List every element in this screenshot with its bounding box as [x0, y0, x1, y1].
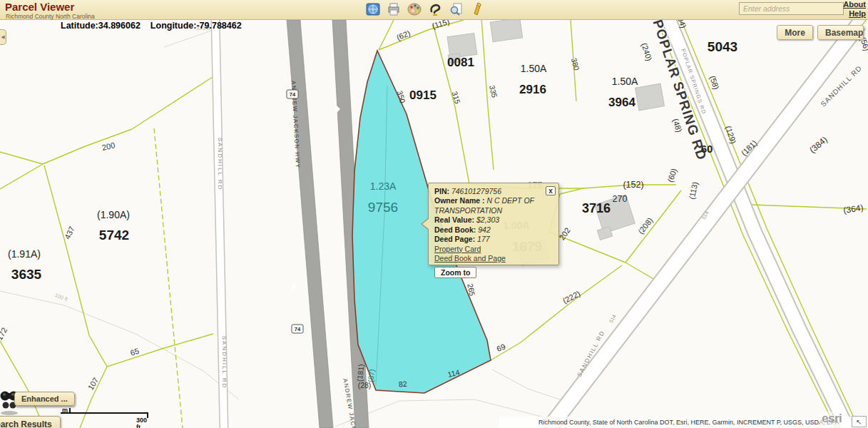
tools-icon[interactable]	[469, 1, 484, 17]
map-label: SANDHILL RD	[217, 138, 223, 191]
building-footprint	[490, 18, 522, 42]
map-label: 9756	[368, 200, 398, 215]
property-card-link[interactable]: Property Card	[434, 245, 553, 254]
map-label: (1.90A)	[97, 209, 130, 220]
map-label: 1.50A	[521, 63, 547, 74]
enhanced-search-button[interactable]: Enhanced ...	[14, 392, 75, 406]
scale-imperial-label: 300 ft	[136, 417, 147, 428]
zoom-to-button[interactable]: Zoom to	[434, 267, 476, 278]
map-label: 3964	[608, 96, 635, 109]
basemap-button[interactable]: Basemap	[817, 25, 864, 40]
panel-collapse-tab[interactable]: ◀	[0, 29, 6, 45]
more-button[interactable]: More	[777, 25, 813, 40]
deed-book-row: Deed Book: 942	[434, 225, 553, 235]
search-results-button[interactable]: Search Results	[0, 416, 61, 428]
map-label: 82	[398, 379, 407, 389]
route-shield-number: 74	[295, 326, 301, 332]
map-label: (1.91A)	[8, 248, 41, 260]
map-label: 270	[613, 194, 628, 204]
route-shield-number: 74	[290, 91, 296, 98]
about-link[interactable]: About	[843, 0, 866, 9]
map-label: 2916	[519, 83, 546, 96]
help-link[interactable]: Help	[849, 9, 866, 18]
palette-icon[interactable]	[407, 1, 422, 17]
map-label: 5742	[99, 228, 129, 243]
map-label: (28)	[358, 381, 372, 389]
overview-map-icon[interactable]	[365, 1, 381, 17]
map-label: 3716	[582, 201, 611, 215]
map-label: 3635	[11, 267, 42, 282]
map-label: 5043	[708, 39, 737, 54]
popup-close-button[interactable]: x	[546, 186, 556, 195]
map-label: 0081	[447, 56, 474, 69]
building-footprint	[635, 83, 664, 111]
pin-row: PIN: 746101279756	[434, 187, 553, 196]
deed-page-row: Deed Page: 177	[434, 235, 553, 244]
real-value-row: Real Value: $2,303	[434, 215, 553, 225]
attribution-text: Richmond County, State of North Carolina…	[538, 419, 839, 426]
longitude-value: Longitude:-79.788462	[150, 21, 242, 31]
map-label: (181)	[355, 364, 365, 382]
map-label: (152)	[623, 180, 643, 190]
deed-book-page-link[interactable]: Deed Book and Page	[434, 254, 553, 263]
map-label: SANDHILL RD	[221, 336, 228, 389]
coordinates-readout: Latitude:34.896062Longitude:-79.788462	[61, 21, 252, 31]
map-label: 0915	[409, 88, 436, 102]
map-label: 60	[701, 143, 713, 155]
app-header: Parcel Viewer Richmond County North Caro…	[0, 0, 868, 20]
esri-logo: esri	[819, 412, 844, 426]
attribution-toggle-button[interactable]: ↖	[852, 416, 867, 427]
page-subtitle: Richmond County North Carolina	[6, 13, 95, 20]
parcel-info-popup: x PIN: 746101279756 Owner Name : N C DEP…	[428, 183, 559, 265]
attribution-bar: Richmond County, State of North Carolina…	[499, 417, 868, 428]
owner-row: Owner Name : N C DEPT OF TRANSPORTATION	[434, 196, 553, 215]
page-title: Parcel Viewer	[5, 1, 74, 13]
parcel-viewer-app: 331 ft200(1.90A)5742(1.91A)3635437172651…	[0, 0, 868, 428]
latitude-value: Latitude:34.896062	[61, 21, 141, 31]
toolbar	[365, 1, 484, 17]
address-search-input[interactable]	[739, 2, 844, 15]
draw-icon[interactable]	[427, 1, 443, 17]
print-icon[interactable]	[386, 1, 402, 17]
find-on-page-icon[interactable]	[448, 1, 464, 17]
map-label: 1.23A	[370, 180, 397, 192]
map-label: 1.50A	[612, 76, 638, 87]
